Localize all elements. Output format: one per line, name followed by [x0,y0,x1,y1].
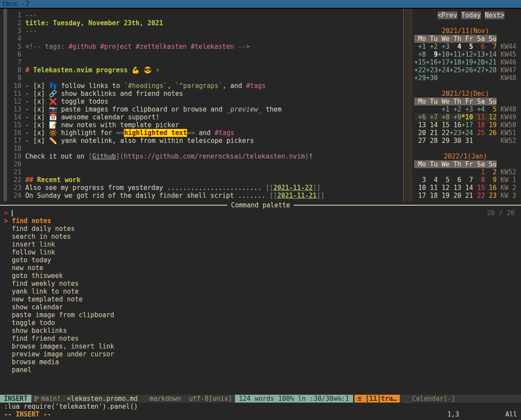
calendar-day[interactable]: 26 [485,129,497,137]
calendar-day[interactable]: 19 [438,192,449,200]
calendar-day[interactable]: +10 [438,51,449,58]
calendar-day[interactable]: 23 [485,192,497,200]
palette-item[interactable]: yank link to note [0,288,521,295]
calendar-day[interactable]: +18 [449,58,461,66]
calendar-day[interactable]: 12 [438,184,449,192]
calendar-day[interactable]: +19 [461,58,473,66]
calendar-day[interactable]: 31 [461,137,473,145]
calendar-day[interactable]: 14 [426,121,438,129]
calendar-day[interactable]: 20 [414,129,426,137]
calendar-day[interactable]: +3 [438,43,449,51]
calendar-day[interactable]: +21 [485,58,497,66]
calendar-day[interactable]: 14 [461,184,473,192]
command-line[interactable]: :lua require('telekasten').panel() [4,403,138,410]
calendar-day[interactable]: 15 [473,184,485,192]
calendar-day[interactable]: 5 [438,176,449,184]
calendar-day[interactable]: 18 [426,192,438,200]
calendar-day[interactable]: 27 [414,137,426,145]
url-link[interactable]: https://github.com/renerocksai/telekaste… [124,152,305,160]
calendar-day[interactable]: +25 [449,66,461,74]
calendar-day[interactable]: 8 [473,176,485,184]
calendar-day[interactable]: 1 [473,168,485,176]
calendar-day[interactable]: +23 [449,129,461,137]
palette-item[interactable]: panel [0,366,521,374]
calendar-day[interactable]: +3 [461,105,473,113]
palette-item[interactable]: goto thisweek [0,272,521,280]
palette-item[interactable]: browse images, insert link [0,342,521,350]
palette-item[interactable]: insert link [0,240,521,248]
calendar-day[interactable]: 21 [461,192,473,200]
calendar-day[interactable]: 13 [449,184,461,192]
calendar-day[interactable]: 5 [485,105,497,113]
calendar-day[interactable]: +16 [426,58,438,66]
calendar-day[interactable]: 3 [414,176,426,184]
wiki-link[interactable]: 2021-11-21 [277,192,317,200]
calendar-day[interactable]: +17 [438,58,449,66]
calendar-day[interactable]: 4 [426,176,438,184]
calendar-day[interactable]: +24 [438,66,449,74]
palette-item[interactable]: preview image under cursor [0,350,521,358]
today-button[interactable]: Today [461,11,481,19]
calendar-day[interactable]: 25 [473,129,485,137]
calendar-day[interactable]: 15 [438,121,449,129]
palette-item[interactable]: toggle todo [0,319,521,327]
calendar-day[interactable]: +9 [449,113,461,121]
calendar-day[interactable]: +2 [426,43,438,51]
calendar-day[interactable]: 17 [414,192,426,200]
calendar-day[interactable]: 22 [438,129,449,137]
calendar-day[interactable]: 11 [426,184,438,192]
calendar-day[interactable]: +1 [414,43,426,51]
calendar-day[interactable]: +30 [426,74,438,82]
editor-pane[interactable]: 1---2title: Tuesday, November 23th, 2021… [0,9,403,201]
calendar-day[interactable]: +8 [438,113,449,121]
calendar-day[interactable]: 9 [426,51,438,58]
calendar-day[interactable]: 6 [449,176,461,184]
calendar-day[interactable]: 10 [414,184,426,192]
palette-item[interactable]: goto today [0,256,521,264]
calendar-day[interactable]: 20 [449,192,461,200]
calendar-day[interactable]: 6 [473,43,485,51]
wiki-link[interactable]: 2021-11-22 [273,184,313,192]
calendar-day[interactable]: +14 [485,51,497,58]
calendar-day[interactable]: +12 [461,51,473,58]
calendar-day[interactable]: +28 [485,66,497,74]
calendar-day[interactable]: +13 [473,51,485,58]
calendar-day[interactable]: 12 [485,113,497,121]
palette-item[interactable]: search in notes [0,233,521,240]
palette-item[interactable]: new templated note [0,295,521,303]
calendar-day[interactable]: +26 [461,66,473,74]
palette-item[interactable]: find daily notes [0,225,521,233]
tabs-indicator[interactable]: ≡ [11]tra… [354,395,400,403]
calendar-day[interactable]: +1 [438,105,449,113]
calendar-day[interactable]: +23 [426,66,438,74]
palette-item[interactable]: show backlinks [0,327,521,335]
calendar-day[interactable]: +6 [414,113,426,121]
calendar-day[interactable]: 7 [461,176,473,184]
calendar-day[interactable]: +20 [473,58,485,66]
prev-month-button[interactable]: <Prev [438,11,457,19]
calendar-day[interactable]: 30 [449,137,461,145]
calendar-day[interactable]: 7 [485,43,497,51]
calendar-day[interactable]: +22 [414,66,426,74]
calendar-day[interactable]: +2 [449,105,461,113]
calendar-day[interactable]: 4 [449,43,461,51]
calendar-day[interactable]: 5 [461,43,473,51]
calendar-day[interactable]: 21 [426,129,438,137]
palette-item[interactable]: paste image from clipboard [0,311,521,319]
calendar-day[interactable]: +11 [449,51,461,58]
calendar-day[interactable]: 16 [485,184,497,192]
calendar-day[interactable]: 9 [485,176,497,184]
palette-item[interactable]: >find notes [0,217,521,225]
calendar-day[interactable]: 28 [426,137,438,145]
calendar-day[interactable]: +7 [426,113,438,121]
calendar-day[interactable]: 16 [449,121,461,129]
calendar-day[interactable]: 2 [485,168,497,176]
calendar-day[interactable]: +8 [414,51,426,58]
palette-item[interactable]: show calendar [0,303,521,311]
calendar-day[interactable]: +27 [473,66,485,74]
next-month-button[interactable]: Next> [485,11,504,19]
calendar-day[interactable]: +24 [461,129,473,137]
calendar-day[interactable]: +17 [461,121,473,129]
palette-item[interactable]: find weekly notes [0,280,521,288]
calendar-day[interactable]: 11 [473,113,485,121]
